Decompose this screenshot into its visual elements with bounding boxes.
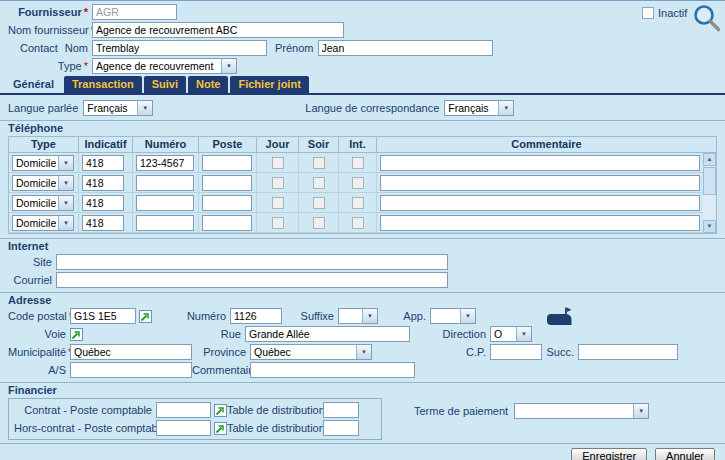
phone-jour-checkbox[interactable]	[272, 177, 284, 189]
site-input[interactable]	[56, 254, 448, 270]
phone-poste-input[interactable]	[202, 195, 252, 211]
phone-indicatif-input[interactable]	[82, 155, 124, 171]
annuler-button[interactable]: Annuler	[655, 448, 715, 460]
phone-numero-input[interactable]	[136, 215, 194, 231]
scrollbar-track[interactable]	[703, 195, 716, 220]
contact-nom-input[interactable]	[92, 40, 267, 56]
phone-jour-checkbox[interactable]	[272, 217, 284, 229]
scroll-down-icon[interactable]: ▼	[703, 220, 716, 233]
tab-note[interactable]: Note	[188, 76, 228, 93]
phone-int-checkbox[interactable]	[352, 197, 364, 209]
phone-jour-checkbox[interactable]	[272, 197, 284, 209]
as-input[interactable]	[70, 362, 192, 378]
adresse-commentaire-input[interactable]	[250, 362, 415, 378]
langues-row: Langue parlée Français▼ Langue de corres…	[8, 100, 725, 116]
phone-commentaire-input[interactable]	[380, 195, 700, 211]
app-select[interactable]: ▼	[430, 308, 476, 324]
select-value: Domicile	[13, 216, 58, 230]
adresse-row-4: A/S Commentaire	[8, 362, 725, 378]
cp-input[interactable]	[490, 344, 542, 360]
municipalite-input[interactable]	[70, 344, 192, 360]
as-label: A/S	[8, 364, 66, 376]
phone-soir-checkbox[interactable]	[313, 177, 325, 189]
tab-transaction[interactable]: Transaction	[64, 76, 142, 93]
phone-type-select[interactable]: Domicile▼	[12, 195, 74, 211]
phone-poste-input[interactable]	[202, 175, 252, 191]
select-value	[339, 309, 362, 323]
chevron-down-icon: ▼	[498, 101, 513, 115]
phone-commentaire-input[interactable]	[380, 155, 700, 171]
enregistrer-button[interactable]: Enregistrer	[571, 448, 647, 460]
phone-jour-checkbox[interactable]	[272, 157, 284, 169]
phone-numero-input[interactable]	[136, 195, 194, 211]
nom-fournisseur-input[interactable]	[92, 22, 344, 38]
langue-correspondance-select[interactable]: Français▼	[444, 100, 514, 116]
inactif-field: Inactif	[642, 7, 687, 19]
phone-soir-checkbox[interactable]	[313, 157, 325, 169]
phone-poste-input[interactable]	[202, 155, 252, 171]
contrat-lookup-icon[interactable]	[214, 404, 227, 417]
phone-poste-input[interactable]	[202, 215, 252, 231]
financier-box: Contrat - Poste comptable Table de distr…	[8, 398, 382, 440]
courriel-input[interactable]	[56, 272, 448, 288]
phone-commentaire-input[interactable]	[380, 175, 700, 191]
prenom-input[interactable]	[318, 40, 493, 56]
phone-commentaire-input[interactable]	[380, 215, 700, 231]
phone-soir-checkbox[interactable]	[313, 217, 325, 229]
phone-indicatif-input[interactable]	[82, 175, 124, 191]
site-row: Site	[8, 254, 725, 270]
terme-label: Terme de paiement	[414, 405, 508, 417]
phone-numero-input[interactable]	[136, 175, 194, 191]
tab-general[interactable]: Général	[5, 76, 62, 93]
code-postal-lookup-icon[interactable]	[139, 310, 152, 323]
scrollbar-thumb[interactable]	[703, 167, 716, 195]
phone-type-select[interactable]: Domicile▼	[12, 175, 74, 191]
col-header-type: Type	[9, 137, 79, 153]
voie-lookup-icon[interactable]	[70, 328, 83, 341]
tab-fichier-joint[interactable]: Fichier joint	[230, 76, 308, 93]
succ-input[interactable]	[578, 344, 678, 360]
phone-int-checkbox[interactable]	[352, 217, 364, 229]
chevron-down-icon: ▼	[516, 327, 531, 341]
suffixe-select[interactable]: ▼	[338, 308, 378, 324]
mailbox-icon[interactable]	[546, 307, 572, 326]
phone-table-row: Domicile▼	[9, 153, 703, 173]
terme-paiement-select[interactable]: ▼	[514, 403, 649, 419]
phone-int-checkbox[interactable]	[352, 177, 364, 189]
financier-block: Contrat - Poste comptable Table de distr…	[8, 398, 725, 440]
direction-select[interactable]: O▼	[490, 326, 532, 342]
chevron-down-icon: ▼	[58, 176, 73, 190]
contrat-poste-input[interactable]	[156, 402, 211, 418]
rue-input[interactable]	[245, 326, 410, 342]
phone-table-scrollbar[interactable]: ▲ ▼	[703, 153, 716, 233]
hors-contrat-poste-input[interactable]	[156, 420, 211, 436]
phone-numero-input[interactable]	[136, 155, 194, 171]
langue-parlee-select[interactable]: Français▼	[83, 100, 153, 116]
phone-type-select[interactable]: Domicile▼	[12, 215, 74, 231]
select-value: Français	[445, 101, 498, 115]
col-header-jour: Jour	[257, 137, 299, 153]
province-select[interactable]: Québec▼	[250, 344, 372, 360]
phone-soir-checkbox[interactable]	[313, 197, 325, 209]
chevron-down-icon: ▼	[58, 156, 73, 170]
inactif-checkbox[interactable]	[642, 7, 654, 19]
phone-table-row: Domicile▼	[9, 213, 703, 233]
fournisseur-input[interactable]	[92, 4, 177, 20]
phone-indicatif-input[interactable]	[82, 215, 124, 231]
contrat-label: Contrat - Poste comptable	[14, 404, 152, 416]
adresse-numero-input[interactable]	[230, 308, 282, 324]
zoom-icon[interactable]	[692, 3, 722, 35]
contact-label: Contact	[20, 42, 58, 54]
scroll-up-icon[interactable]: ▲	[703, 153, 716, 166]
contrat-table-input[interactable]	[323, 402, 359, 418]
phone-type-select[interactable]: Domicile▼	[12, 155, 74, 171]
phone-indicatif-input[interactable]	[82, 195, 124, 211]
phone-int-checkbox[interactable]	[352, 157, 364, 169]
hors-contrat-table-input[interactable]	[323, 420, 359, 436]
hors-contrat-lookup-icon[interactable]	[214, 422, 227, 435]
type-select[interactable]: Agence de recouvrement▼	[92, 58, 237, 74]
code-postal-input[interactable]	[70, 308, 136, 324]
select-value: Français	[84, 101, 137, 115]
adresse-row-1: Code postal* Numéro Suffixe ▼ App. ▼	[8, 308, 725, 324]
tab-suivi[interactable]: Suivi	[144, 76, 186, 93]
